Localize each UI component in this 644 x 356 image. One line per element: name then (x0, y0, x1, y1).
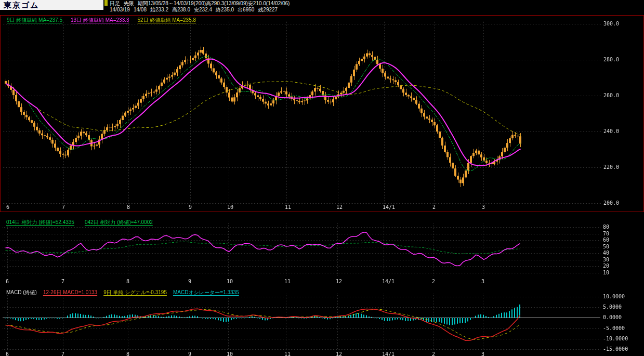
header-bar: 東京ゴム 日足先限期間13/05/28～14/03/19(200)高290.3(… (0, 0, 644, 15)
price-x-tick-label: 12 (336, 204, 343, 210)
macd-title-legend-item: MACD (終値) (6, 289, 37, 296)
rsi-y-tick-label: 20 (603, 263, 609, 269)
rsi-y-tick-label: 30 (603, 257, 609, 262)
rsi-x-tick-label: 3 (481, 279, 484, 284)
macd-x-tick-label: 3 (481, 351, 484, 356)
rsi-14-legend-item[interactable]: 014日 相対力 (終値)=52.4335 (6, 219, 74, 226)
rsi-x-tick-label: 14/1 (382, 279, 395, 284)
rsi-legend: 014日 相対力 (終値)=52.4335 042日 相対力 (終値)=47.0… (6, 219, 153, 226)
quote-date: 14/03/19 (110, 7, 130, 12)
rsi-x-tick-label: 11 (284, 279, 291, 284)
macd-chart-canvas[interactable] (0, 287, 644, 356)
quote-close: 終235.0 (216, 7, 234, 12)
trading-chart-window: 東京ゴム 日足先限期間13/05/28～14/03/19(200)高290.3(… (0, 0, 644, 356)
period-info-line: 日足先限期間13/05/28～14/03/19(200)高290.3(13/09… (110, 1, 290, 7)
price-y-tick-label: 260.0 (603, 93, 619, 98)
ma-52-legend-item[interactable]: 52日 終値単純 MA=235.8 (138, 17, 196, 23)
price-y-tick-label: 220.0 (603, 164, 619, 170)
timeframe-label: 日足 (110, 1, 120, 6)
rsi-y-tick-label: 10 (603, 270, 609, 275)
macd-x-tick-label: 8 (126, 351, 129, 356)
rsi-x-tick-label: 2 (432, 279, 435, 284)
macd-oscillator-legend-item[interactable]: MACDオシレーター=1.3335 (173, 289, 239, 296)
macd-signal-legend-item[interactable]: 9日 単純 シグナル=-0.3195 (103, 289, 167, 296)
quote-volume: 出6950 (238, 7, 254, 12)
macd-legend: MACD (終値) 12-26日 MACD=1.0133 9日 単純 シグナル=… (6, 289, 239, 296)
quote-high: 高238.0 (172, 7, 190, 12)
quote-line: 14/03/1914/08始233.2高238.0安232.4終235.0出69… (110, 7, 290, 13)
price-x-tick-label: 3 (482, 204, 485, 210)
macd-x-tick-label: 6 (6, 351, 9, 356)
macd-x-tick-label: 10 (227, 351, 233, 356)
macd-y-tick-label: 10.0000 (603, 294, 625, 299)
price-y-tick-label: 280.0 (603, 57, 619, 62)
rsi-y-tick-label: 60 (603, 237, 609, 243)
rsi-y-tick-label: 50 (603, 244, 609, 249)
macd-y-tick-label: -10.0000 (603, 336, 628, 341)
instrument-title-box: 東京ゴム (0, 0, 103, 10)
ma-9-legend-item[interactable]: 9日 終値単純 MA=237.5 (7, 17, 62, 23)
macd-y-tick-label: 5.0000 (603, 304, 622, 310)
macd-x-tick-label: 2 (432, 351, 435, 356)
contract-label: 先限 (124, 1, 134, 6)
macd-x-tick-label: 14/1 (382, 351, 395, 356)
rsi-x-tick-label: 6 (6, 279, 9, 284)
price-x-tick-label: 6 (6, 204, 9, 210)
rsi-chart-panel: 014日 相対力 (終値)=52.4335 042日 相対力 (終値)=47.0… (0, 213, 644, 287)
macd-value-legend-item[interactable]: 12-26日 MACD=1.0133 (43, 289, 97, 296)
macd-chart-panel: MACD (終値) 12-26日 MACD=1.0133 9日 単純 シグナル=… (0, 287, 644, 356)
period-low: 安210.0(14/02/06) (248, 1, 290, 6)
rsi-x-tick-label: 12 (336, 279, 342, 284)
period-high: 高290.3(13/09/09) (206, 1, 248, 6)
price-y-tick-label: 200.0 (603, 200, 619, 206)
cursor-marker-icon (104, 0, 108, 6)
macd-y-tick-label: -15.0000 (603, 346, 628, 352)
price-x-tick-label: 7 (62, 204, 65, 210)
quote-open: 始233.2 (150, 7, 168, 12)
macd-x-tick-label: 11 (284, 351, 291, 356)
price-x-tick-label: 2 (432, 204, 436, 210)
price-ma-legend: 9日 終値単純 MA=237.5 13日 終値単純 MA=233.3 52日 終… (7, 17, 196, 23)
instrument-name: 東京ゴム (4, 1, 40, 9)
macd-x-tick-label: 7 (61, 351, 64, 356)
price-x-tick-label: 8 (127, 204, 130, 210)
quote-time: 14/08 (134, 7, 147, 12)
rsi-y-tick-label: 40 (603, 250, 609, 256)
rsi-y-tick-label: 70 (603, 231, 609, 236)
rsi-y-tick-label: 80 (603, 224, 609, 230)
ma-13-legend-item[interactable]: 13日 終値単純 MA=233.3 (71, 17, 129, 23)
quote-low: 安232.4 (194, 7, 212, 12)
macd-x-tick-label: 9 (188, 351, 191, 356)
period-range: 期間13/05/28～14/03/19(200) (138, 1, 206, 6)
chart-info-block: 日足先限期間13/05/28～14/03/19(200)高290.3(13/09… (110, 1, 290, 13)
rsi-x-tick-label: 10 (227, 279, 233, 284)
rsi-x-tick-label: 7 (61, 279, 64, 284)
price-chart-panel: 9日 終値単純 MA=237.5 13日 終値単純 MA=233.3 52日 終… (0, 15, 644, 212)
price-y-tick-label: 300.0 (603, 21, 619, 27)
macd-y-tick-label: 0.0000 (603, 314, 622, 320)
quote-open-interest: 残29227 (258, 7, 278, 12)
price-y-tick-label: 240.0 (603, 128, 619, 134)
rsi-x-tick-label: 8 (126, 279, 129, 284)
price-x-tick-label: 9 (189, 204, 192, 210)
price-chart-canvas[interactable] (1, 16, 642, 212)
macd-y-tick-label: -5.0000 (603, 325, 625, 331)
rsi-42-legend-item[interactable]: 042日 相対力 (終値)=47.0002 (85, 219, 153, 226)
price-x-tick-label: 14/1 (383, 204, 395, 210)
rsi-x-tick-label: 9 (188, 279, 191, 284)
price-x-tick-label: 10 (227, 204, 233, 210)
macd-x-tick-label: 12 (336, 351, 342, 356)
price-x-tick-label: 11 (285, 204, 291, 210)
